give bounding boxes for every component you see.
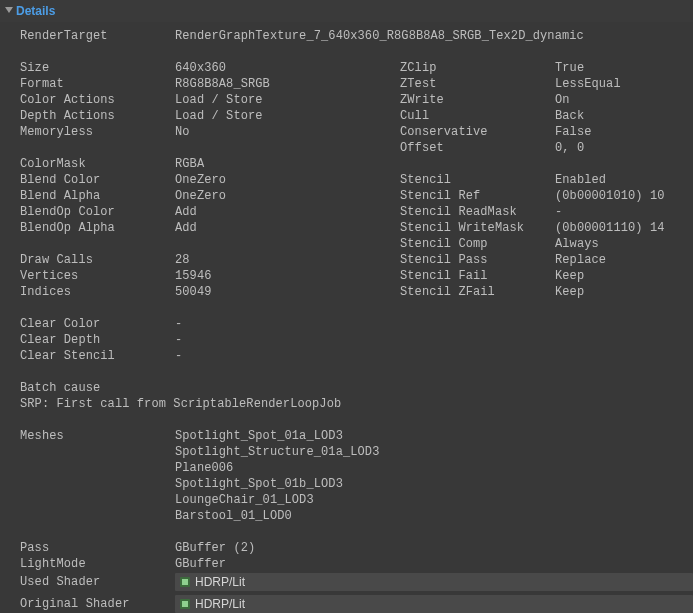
value-vertices: 15946 bbox=[175, 268, 400, 284]
label-coloractions: Color Actions bbox=[20, 92, 175, 108]
label-pass: Pass bbox=[20, 540, 175, 556]
label-stencilreadmask: Stencil ReadMask bbox=[400, 204, 555, 220]
row-blendopcolor: BlendOp Color Add Stencil ReadMask - bbox=[20, 204, 693, 220]
value-stencil: Enabled bbox=[555, 172, 693, 188]
spacer bbox=[20, 364, 693, 380]
label-stencilcomp: Stencil Comp bbox=[400, 236, 555, 252]
value-size: 640x360 bbox=[175, 60, 400, 76]
value-mesh-5: Barstool_01_LOD0 bbox=[175, 508, 693, 524]
value-ztest: LessEqual bbox=[555, 76, 693, 92]
label-offset: Offset bbox=[400, 140, 555, 156]
value-blendopalpha: Add bbox=[175, 220, 400, 236]
value-stencilcomp: Always bbox=[555, 236, 693, 252]
row-usedshader: Used Shader HDRP/Lit bbox=[20, 572, 693, 592]
value-mesh-3: Spotlight_Spot_01b_LOD3 bbox=[175, 476, 693, 492]
row-batchcause-line: SRP: First call from ScriptableRenderLoo… bbox=[20, 396, 693, 412]
label-blendcolor: Blend Color bbox=[20, 172, 175, 188]
row-batchcause-label: Batch cause bbox=[20, 380, 693, 396]
shader-asset-icon bbox=[179, 576, 191, 588]
label-colormask: ColorMask bbox=[20, 156, 175, 172]
label-cull: Cull bbox=[400, 108, 555, 124]
value-lightmode: GBuffer bbox=[175, 556, 693, 572]
value-batchcause: SRP: First call from ScriptableRenderLoo… bbox=[20, 396, 693, 412]
value-clearcolor: - bbox=[175, 316, 693, 332]
foldout-icon[interactable] bbox=[4, 6, 14, 16]
value-stencilreadmask: - bbox=[555, 204, 693, 220]
value-stencilpass: Replace bbox=[555, 252, 693, 268]
svg-rect-4 bbox=[182, 601, 188, 607]
row-size: Size 640x360 ZClip True bbox=[20, 60, 693, 76]
spacer bbox=[20, 300, 693, 316]
label-batchcause: Batch cause bbox=[20, 380, 693, 396]
value-coloractions: Load / Store bbox=[175, 92, 400, 108]
row-mesh-0: Meshes Spotlight_Spot_01a_LOD3 bbox=[20, 428, 693, 444]
value-cleardepth: - bbox=[175, 332, 693, 348]
label-format: Format bbox=[20, 76, 175, 92]
row-format: Format R8G8B8A8_SRGB ZTest LessEqual bbox=[20, 76, 693, 92]
label-conservative: Conservative bbox=[400, 124, 555, 140]
label-blendopcolor: BlendOp Color bbox=[20, 204, 175, 220]
label-stencil: Stencil bbox=[400, 172, 555, 188]
details-header[interactable]: Details bbox=[0, 0, 693, 22]
label-indices: Indices bbox=[20, 284, 175, 300]
value-zclip: True bbox=[555, 60, 693, 76]
value-clearstencil: - bbox=[175, 348, 693, 364]
label-blendalpha: Blend Alpha bbox=[20, 188, 175, 204]
label-originalshader: Original Shader bbox=[20, 596, 175, 612]
label-cleardepth: Clear Depth bbox=[20, 332, 175, 348]
row-rendertarget: RenderTarget RenderGraphTexture_7_640x36… bbox=[20, 28, 693, 44]
row-mesh-1: Spotlight_Structure_01a_LOD3 bbox=[20, 444, 693, 460]
label-depthactions: Depth Actions bbox=[20, 108, 175, 124]
label-size: Size bbox=[20, 60, 175, 76]
row-depthactions: Depth Actions Load / Store Cull Back bbox=[20, 108, 693, 124]
value-offset: 0, 0 bbox=[555, 140, 693, 156]
row-indices: Indices 50049 Stencil ZFail Keep bbox=[20, 284, 693, 300]
value-mesh-4: LoungeChair_01_LOD3 bbox=[175, 492, 693, 508]
row-lightmode: LightMode GBuffer bbox=[20, 556, 693, 572]
value-usedshader: HDRP/Lit bbox=[195, 574, 245, 590]
value-conservative: False bbox=[555, 124, 693, 140]
svg-rect-2 bbox=[182, 579, 188, 585]
value-stencilref: (0b00001010) 10 bbox=[555, 188, 693, 204]
value-memoryless: No bbox=[175, 124, 400, 140]
row-clearcolor: Clear Color - bbox=[20, 316, 693, 332]
value-format: R8G8B8A8_SRGB bbox=[175, 76, 400, 92]
value-cull: Back bbox=[555, 108, 693, 124]
label-memoryless: Memoryless bbox=[20, 124, 175, 140]
row-clearstencil: Clear Stencil - bbox=[20, 348, 693, 364]
value-mesh-2: Plane006 bbox=[175, 460, 693, 476]
row-offset: Offset 0, 0 bbox=[20, 140, 693, 156]
label-rendertarget: RenderTarget bbox=[20, 28, 175, 44]
value-stencilzfail: Keep bbox=[555, 284, 693, 300]
label-stencilwritemask: Stencil WriteMask bbox=[400, 220, 555, 236]
value-blendopcolor: Add bbox=[175, 204, 400, 220]
label-lightmode: LightMode bbox=[20, 556, 175, 572]
row-coloractions: Color Actions Load / Store ZWrite On bbox=[20, 92, 693, 108]
label-clearstencil: Clear Stencil bbox=[20, 348, 175, 364]
field-usedshader[interactable]: HDRP/Lit bbox=[175, 573, 693, 591]
row-drawcalls: Draw Calls 28 Stencil Pass Replace bbox=[20, 252, 693, 268]
value-depthactions: Load / Store bbox=[175, 108, 400, 124]
row-mesh-5: Barstool_01_LOD0 bbox=[20, 508, 693, 524]
value-stencilfail: Keep bbox=[555, 268, 693, 284]
shader-asset-icon bbox=[179, 598, 191, 610]
value-mesh-1: Spotlight_Structure_01a_LOD3 bbox=[175, 444, 693, 460]
spacer bbox=[20, 524, 693, 540]
spacer bbox=[20, 44, 693, 60]
row-vertices: Vertices 15946 Stencil Fail Keep bbox=[20, 268, 693, 284]
row-mesh-3: Spotlight_Spot_01b_LOD3 bbox=[20, 476, 693, 492]
panel-title: Details bbox=[16, 4, 55, 18]
row-stencilcomp: Stencil Comp Always bbox=[20, 236, 693, 252]
value-mesh-0: Spotlight_Spot_01a_LOD3 bbox=[175, 428, 693, 444]
row-mesh-2: Plane006 bbox=[20, 460, 693, 476]
row-cleardepth: Clear Depth - bbox=[20, 332, 693, 348]
value-colormask: RGBA bbox=[175, 156, 400, 172]
field-originalshader[interactable]: HDRP/Lit bbox=[175, 595, 693, 613]
svg-marker-0 bbox=[5, 7, 13, 13]
row-blendcolor: Blend Color OneZero Stencil Enabled bbox=[20, 172, 693, 188]
label-vertices: Vertices bbox=[20, 268, 175, 284]
label-blendopalpha: BlendOp Alpha bbox=[20, 220, 175, 236]
label-zwrite: ZWrite bbox=[400, 92, 555, 108]
spacer bbox=[20, 412, 693, 428]
row-mesh-4: LoungeChair_01_LOD3 bbox=[20, 492, 693, 508]
